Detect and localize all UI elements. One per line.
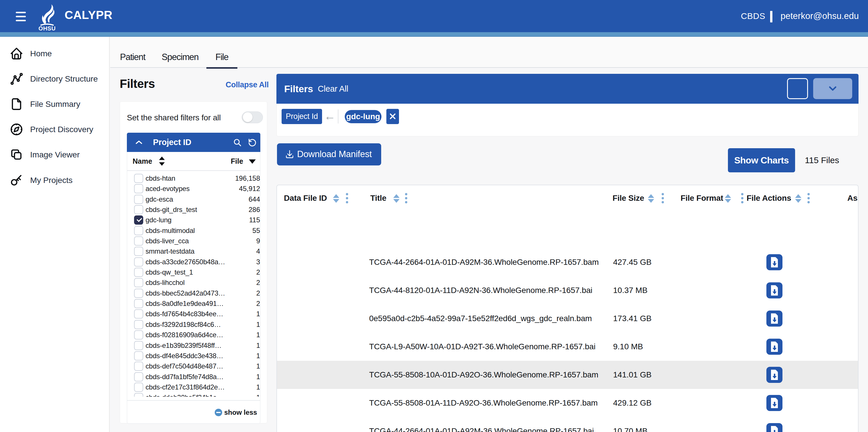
- svg-text:OHSU: OHSU: [38, 25, 56, 31]
